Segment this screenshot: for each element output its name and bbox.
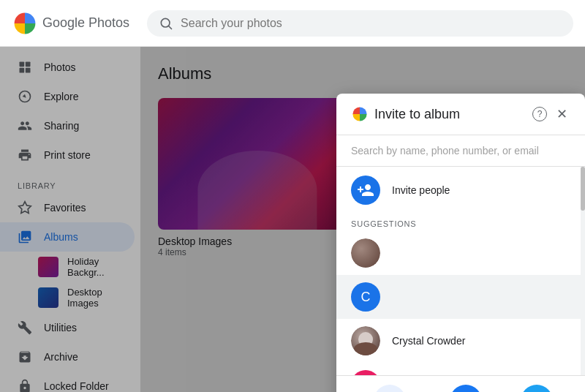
suggestion-name-crystal: Crystal Crowder: [392, 335, 465, 347]
modal-body: Invite people SUGGESTIONS C: [336, 167, 585, 375]
modal-overlay: Invite to album ? ✕: [0, 47, 585, 392]
add-person-icon: [357, 181, 374, 199]
suggestion-row-1[interactable]: [336, 231, 585, 275]
avatar-h: h: [351, 370, 380, 375]
twitter-icon-bg: [521, 385, 553, 392]
modal-close-button[interactable]: ✕: [553, 105, 570, 123]
modal-scrollbar[interactable]: [581, 167, 585, 375]
modal-help-button[interactable]: ?: [532, 107, 547, 121]
modal-header: Invite to album ? ✕: [336, 94, 585, 135]
invite-modal: Invite to album ? ✕: [336, 94, 585, 392]
help-label: ?: [537, 109, 543, 119]
modal-title: Invite to album: [374, 107, 526, 122]
google-photos-logo: [12, 10, 38, 37]
modal-search-area: [336, 135, 585, 167]
invite-people-icon: [351, 176, 380, 205]
avatar-1: [351, 238, 380, 268]
footer-facebook[interactable]: Facebook: [446, 385, 485, 392]
create-link-icon-bg: [374, 385, 406, 392]
suggestions-label: SUGGESTIONS: [336, 214, 585, 231]
avatar-c: C: [351, 282, 380, 312]
main-layout: Photos Explore Sharing Print store LIBRA…: [0, 47, 585, 392]
search-bar[interactable]: [147, 10, 573, 37]
logo-text: Google Photos: [42, 15, 129, 31]
scrollbar-thumb: [581, 167, 585, 211]
close-icon: ✕: [556, 106, 567, 122]
modal-search-input[interactable]: [351, 145, 570, 157]
footer-twitter[interactable]: Twitter: [521, 385, 553, 392]
modal-logo-icon: [351, 105, 369, 123]
search-icon: [159, 16, 173, 31]
header: Google Photos: [0, 0, 585, 47]
suggestion-row-c[interactable]: C: [336, 275, 585, 319]
search-input[interactable]: [181, 17, 562, 30]
modal-footer: Create link Facebook: [336, 375, 585, 392]
facebook-icon-bg: [450, 385, 482, 392]
invite-people-label: Invite people: [392, 184, 450, 196]
footer-create-link[interactable]: Create link: [369, 385, 410, 392]
suggestion-row-h[interactable]: h: [336, 363, 585, 375]
logo: Google Photos: [12, 10, 129, 37]
suggestion-row-crystal[interactable]: Crystal Crowder: [336, 319, 585, 363]
avatar-crystal: [351, 326, 380, 355]
invite-people-row[interactable]: Invite people: [336, 167, 585, 214]
